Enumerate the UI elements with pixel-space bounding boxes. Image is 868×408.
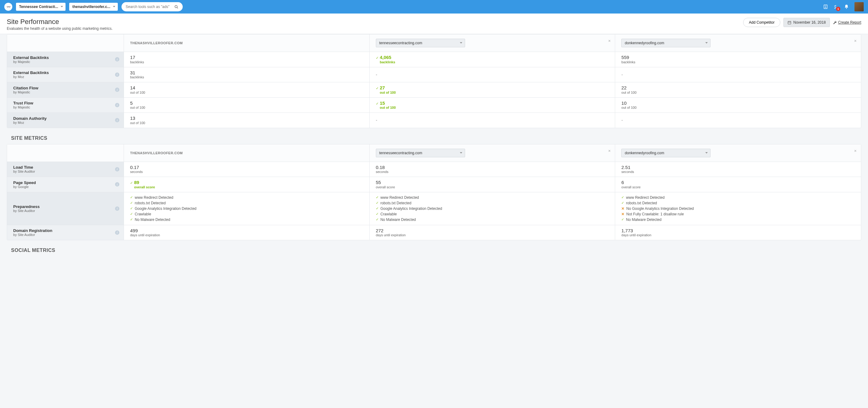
competitor2-dropdown[interactable]: donkennedyroofing.com xyxy=(621,39,711,47)
metric-comp2: 22out of 100 xyxy=(615,82,861,97)
metric-comp2: 1,773days until expiration xyxy=(615,225,861,240)
search-box[interactable] xyxy=(122,2,183,11)
metric-comp2: - xyxy=(615,67,861,82)
info-icon[interactable]: i xyxy=(115,72,119,77)
column-header-own: THENASHVILLEROOFER.COM xyxy=(124,34,370,52)
metric-comp2: ✓www Redirect Detected✓robots.txt Detect… xyxy=(615,192,861,225)
remove-competitor1-icon[interactable]: × xyxy=(608,39,611,43)
column-header-comp1: tennesseecontracting.com × xyxy=(370,144,616,162)
column-header-comp2: donkennedyroofing.com × xyxy=(615,34,861,52)
logo-icon[interactable]: 👓 xyxy=(4,3,12,11)
metric-label: Trust Flow by Majestic i xyxy=(7,97,124,113)
metric-comp1: ✓27out of 100 xyxy=(370,82,616,97)
metric-own: 0.17seconds xyxy=(124,162,370,177)
metric-comp2: 10out of 100 xyxy=(615,97,861,113)
prep-item: ✓www Redirect Detected xyxy=(130,195,363,200)
prep-item: ✓Crawlable xyxy=(130,212,363,216)
bell-icon[interactable] xyxy=(844,4,849,9)
competitor2-dropdown[interactable]: donkennedyroofing.com xyxy=(621,149,711,157)
search-icon xyxy=(175,5,178,9)
svg-line-1 xyxy=(177,7,178,8)
metric-comp2: 559backlinks xyxy=(615,52,861,67)
calendar-icon xyxy=(787,21,792,25)
add-competitor-button[interactable]: Add Competitor xyxy=(743,18,780,27)
prep-item: ✓No Malware Detected xyxy=(621,217,855,222)
seo-metrics-grid: THENASHVILLEROOFER.COM tennesseecontract… xyxy=(7,34,861,128)
metric-comp1: - xyxy=(370,112,616,128)
site-metrics-grid: THENASHVILLEROOFER.COM tennesseecontract… xyxy=(7,144,861,241)
svg-point-4 xyxy=(846,8,847,9)
top-bar: 👓 Tennessee Contracti... thenashvilleroo… xyxy=(0,0,868,13)
metric-own: ✓89overall score xyxy=(124,177,370,192)
metric-own: 499days until expiration xyxy=(124,225,370,240)
header-blank xyxy=(7,34,124,52)
metric-own: 31backlinks xyxy=(124,67,370,82)
page-header: Site Performance Evaluates the health of… xyxy=(0,13,868,34)
metric-label: Load Time by Site Auditor i xyxy=(7,162,124,177)
client-dropdown[interactable]: Tennessee Contracti... xyxy=(16,3,65,11)
prep-item: ✓Google Analytics Integration Detected xyxy=(130,206,363,211)
metric-comp2: - xyxy=(615,112,861,128)
client-dropdown-label: Tennessee Contracti... xyxy=(19,5,58,9)
metric-comp2: 2.51seconds xyxy=(615,162,861,177)
prep-item: ✓robots.txt Detected xyxy=(376,201,609,205)
remove-competitor2-icon[interactable]: × xyxy=(854,149,857,153)
metric-label: External Backlinks by Moz i xyxy=(7,67,124,82)
site-dropdown-label: thenashvilleroofer.c... xyxy=(72,5,110,9)
contact-icon[interactable] xyxy=(823,4,828,9)
metric-own: 17backlinks xyxy=(124,52,370,67)
info-icon[interactable]: i xyxy=(115,57,119,62)
site-dropdown[interactable]: thenashvilleroofer.c... xyxy=(69,3,118,11)
metric-comp1: 0.18seconds xyxy=(370,162,616,177)
search-input[interactable] xyxy=(126,2,172,11)
info-icon[interactable]: i xyxy=(115,118,119,122)
svg-rect-5 xyxy=(788,21,791,24)
metric-comp1: - xyxy=(370,67,616,82)
date-picker[interactable]: November 16, 2018 xyxy=(783,18,830,27)
prep-item: ✓No Malware Detected xyxy=(130,217,363,222)
prep-item: ✓www Redirect Detected xyxy=(376,195,609,200)
metric-comp1: ✓www Redirect Detected✓robots.txt Detect… xyxy=(370,192,616,225)
metric-label: Citation Flow by Majestic i xyxy=(7,82,124,97)
prep-item: ✓Google Analytics Integration Detected xyxy=(376,206,609,211)
metric-own: ✓www Redirect Detected✓robots.txt Detect… xyxy=(124,192,370,225)
tasks-icon[interactable]: 1 xyxy=(834,4,838,9)
prep-item: ✓robots.txt Detected xyxy=(130,201,363,205)
column-header-comp1: tennesseecontracting.com × xyxy=(370,34,616,52)
prep-item: ✕No Google Analytics Integration Detecte… xyxy=(621,206,855,211)
prep-item: ✓robots.txt Detected xyxy=(621,201,855,205)
page-title: Site Performance xyxy=(7,18,113,26)
page-subtitle: Evaluates the health of a website using … xyxy=(7,26,113,31)
svg-rect-2 xyxy=(824,5,828,9)
svg-point-3 xyxy=(825,6,826,7)
competitor1-dropdown[interactable]: tennesseecontracting.com xyxy=(376,39,465,47)
info-icon[interactable]: i xyxy=(115,167,119,171)
svg-point-0 xyxy=(175,5,177,8)
prep-item: ✓Crawlable xyxy=(376,212,609,216)
user-avatar[interactable] xyxy=(855,2,864,11)
wrench-icon xyxy=(833,21,837,25)
header-blank xyxy=(7,144,124,162)
info-icon[interactable]: i xyxy=(115,206,119,211)
metric-comp1: ✓4,065backlinks xyxy=(370,52,616,67)
metric-own: 14out of 100 xyxy=(124,82,370,97)
metric-label: Domain Authority by Moz i xyxy=(7,112,124,128)
metric-label: Preparedness by Site Auditor i xyxy=(7,192,124,225)
remove-competitor2-icon[interactable]: × xyxy=(854,39,857,43)
competitor1-dropdown[interactable]: tennesseecontracting.com xyxy=(376,149,465,157)
section-title-site-metrics: SITE METRICS xyxy=(11,135,861,141)
metric-label: Page Speed by Google i xyxy=(7,177,124,192)
remove-competitor1-icon[interactable]: × xyxy=(608,149,611,153)
create-report-link[interactable]: Create Report xyxy=(833,20,861,25)
metric-own: 13out of 100 xyxy=(124,112,370,128)
metric-comp1: 272days until expiration xyxy=(370,225,616,240)
notification-badge: 1 xyxy=(836,7,840,11)
info-icon[interactable]: i xyxy=(115,103,119,107)
column-header-own: THENASHVILLEROOFER.COM xyxy=(124,144,370,162)
date-label: November 16, 2018 xyxy=(793,20,826,25)
metric-comp2: 6overall score xyxy=(615,177,861,192)
info-icon[interactable]: i xyxy=(115,230,119,235)
info-icon[interactable]: i xyxy=(115,88,119,92)
metric-comp1: 55overall score xyxy=(370,177,616,192)
info-icon[interactable]: i xyxy=(115,182,119,186)
